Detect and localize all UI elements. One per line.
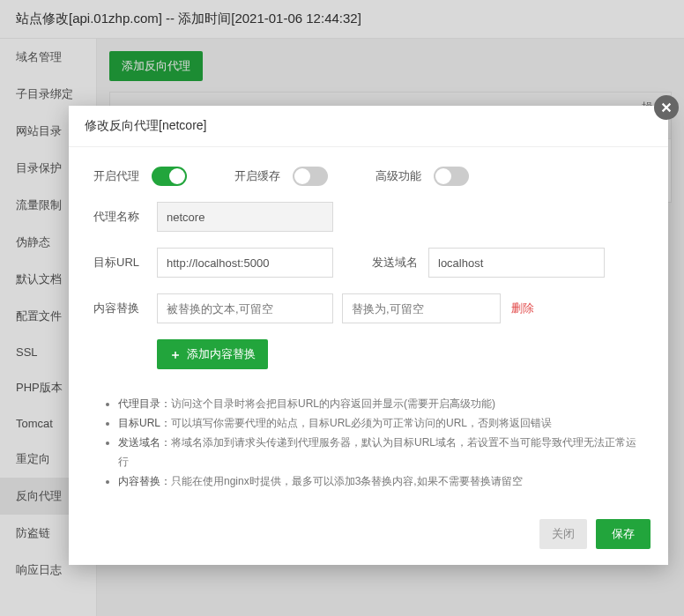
modal-title: 修改反向代理[netcore] [69,106,668,147]
tips-list: 代理目录：访问这个目录时将会把目标URL的内容返回并显示(需要开启高级功能)目标… [93,385,643,500]
replace-delete-link[interactable]: 删除 [501,301,534,316]
send-domain-label: 发送域名 [356,255,418,271]
target-url-label: 目标URL [93,255,157,271]
add-replace-label: 添加内容替换 [187,346,256,362]
send-domain-input[interactable] [428,248,605,278]
enable-proxy-toggle[interactable] [152,167,187,186]
add-replace-button[interactable]: ＋ 添加内容替换 [157,339,268,369]
close-icon[interactable] [654,95,679,120]
reverse-proxy-modal: 修改反向代理[netcore] 开启代理 开启缓存 高级功能 代理名称 目标UR… [69,106,668,565]
replace-to-input[interactable] [342,293,501,323]
advanced-toggle[interactable] [434,167,469,186]
proxy-name-input[interactable] [157,202,333,232]
target-url-input[interactable] [157,248,333,278]
enable-cache-label: 开启缓存 [234,168,280,184]
enable-cache-toggle[interactable] [293,167,328,186]
replace-from-input[interactable] [157,293,333,323]
tip-0: 代理目录：访问这个目录时将会把目标URL的内容返回并显示(需要开启高级功能) [118,394,643,413]
advanced-label: 高级功能 [375,168,421,184]
content-replace-label: 内容替换 [93,301,157,316]
save-button[interactable]: 保存 [596,519,651,549]
proxy-name-label: 代理名称 [93,209,157,225]
enable-proxy-label: 开启代理 [93,168,139,184]
close-button[interactable]: 关闭 [539,519,587,549]
plus-icon: ＋ [169,348,182,360]
tip-3: 内容替换：只能在使用nginx时提供，最多可以添加3条替换内容,如果不需要替换请… [118,471,643,491]
tip-2: 发送域名：将域名添加到请求头传递到代理服务器，默认为目标URL域名，若设置不当可… [118,433,643,471]
tip-1: 目标URL：可以填写你需要代理的站点，目标URL必须为可正常访问的URL，否则将… [118,413,643,433]
